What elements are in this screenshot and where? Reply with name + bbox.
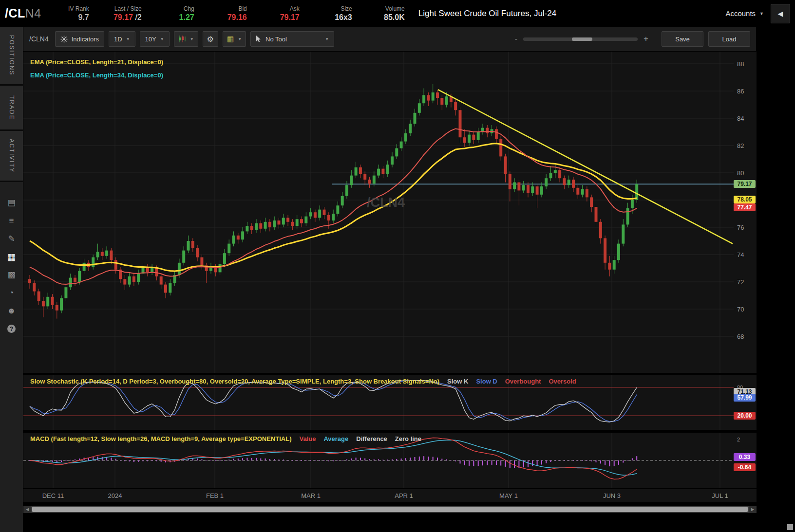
stat-size: Size16x3 xyxy=(324,5,352,22)
scrollbar-thumb[interactable] xyxy=(32,507,748,512)
stochastic-legend: Slow KSlow DOverboughtOversold xyxy=(447,378,576,385)
price-tick: 88 xyxy=(737,60,744,68)
chart-region: EMA (Price=CLOSE, Length=21, Displace=0)… xyxy=(23,52,756,532)
chart-grid-icon[interactable]: ▦ xyxy=(2,249,21,265)
price-tick: 70 xyxy=(737,306,744,313)
stochastic-title-row: Slow Stochastic (K Period=14, D Period=3… xyxy=(30,378,576,385)
sidebar-tab-positions[interactable]: POSITIONS xyxy=(0,27,23,86)
stat-iv-rank: IV Rank9.7 xyxy=(61,5,89,22)
symbol-watermark: /CLN4 xyxy=(367,195,405,210)
time-tick: JUN 3 xyxy=(603,492,621,499)
range-dropdown[interactable]: 10Y▼ xyxy=(140,31,170,47)
accounts-menu[interactable]: Accounts ▼ xyxy=(725,9,764,18)
timeframe-dropdown[interactable]: 1D▼ xyxy=(109,31,135,47)
scroll-right-button[interactable]: ▶ xyxy=(749,506,757,513)
ema21-study-label[interactable]: EMA (Price=CLOSE, Length=21, Displace=0) xyxy=(30,55,163,69)
apps-icon[interactable]: ▩ xyxy=(2,267,21,283)
price-tick: 82 xyxy=(737,142,744,149)
price-tick: 86 xyxy=(737,88,744,95)
legend-slow-d: Slow D xyxy=(476,378,497,385)
stochastic-axis: 802071.1357.9920.00 xyxy=(734,375,757,430)
macd-panel[interactable]: MACD (Fast length=12, Slow length=26, MA… xyxy=(23,433,734,488)
people-icon[interactable]: ☻ xyxy=(2,303,21,319)
help-icon[interactable]: ? xyxy=(2,321,21,337)
price-tick: 72 xyxy=(737,278,744,286)
price-tick: 68 xyxy=(737,333,744,340)
macd-tick: 2 xyxy=(737,437,740,442)
symbol-title: /CLN4 xyxy=(5,6,41,20)
stat-ask: Ask79.17 xyxy=(271,5,300,22)
horizontal-scrollbar: ◀ ▶ xyxy=(23,506,757,513)
chevron-down-icon: ▼ xyxy=(190,37,194,41)
legend-value: Value xyxy=(299,435,316,442)
macd-badge: 0.33 xyxy=(734,453,756,461)
time-tick: FEB 1 xyxy=(206,492,224,499)
resize-grip[interactable] xyxy=(787,524,793,530)
list-icon[interactable]: ≡ xyxy=(2,213,21,229)
candlestick-chart-icon xyxy=(178,36,186,42)
zoom-control: - + xyxy=(514,34,648,44)
scroll-left-button[interactable]: ◀ xyxy=(23,506,31,513)
legend-slow-k: Slow K xyxy=(447,378,468,385)
price-badge: 79.17 xyxy=(734,180,756,188)
clock-icon[interactable]: ◔ xyxy=(2,285,21,301)
collapse-panel-button[interactable]: ◀ xyxy=(771,4,790,23)
chart-settings-button[interactable]: ⚙ xyxy=(203,31,218,47)
chevron-down-icon: ▼ xyxy=(325,37,329,41)
zoom-slider[interactable] xyxy=(523,37,638,41)
time-tick: APR 1 xyxy=(395,492,413,499)
sidebar-tab-activity[interactable]: ACTIVITY xyxy=(0,131,23,182)
contract-description: Light Sweet Crude Oil Futures, Jul-24 xyxy=(418,9,556,18)
stochastic-study-label[interactable]: Slow Stochastic (K Period=14, D Period=3… xyxy=(30,378,439,385)
collapse-arrow-icon: ◀ xyxy=(778,10,783,18)
time-tick: JUL 1 xyxy=(712,492,728,499)
zoom-in-button[interactable]: + xyxy=(644,34,648,44)
zoom-out-button[interactable]: - xyxy=(514,34,517,44)
zoom-slider-thumb[interactable] xyxy=(572,37,592,41)
stochastic-panel[interactable]: Slow Stochastic (K Period=14, D Period=3… xyxy=(23,375,734,430)
chevron-down-icon: ▼ xyxy=(759,11,764,16)
quote-stats: IV Rank9.7Last / Size79.17 /2Chg1.27Bid7… xyxy=(61,5,405,22)
price-badge: 77.47 xyxy=(734,203,756,211)
load-button[interactable]: Load xyxy=(708,31,750,47)
notes-icon[interactable]: ✎ xyxy=(2,231,21,247)
macd-study-label[interactable]: MACD (Fast length=12, Slow length=26, MA… xyxy=(30,435,291,442)
stat-chg: Chg1.27 xyxy=(166,5,194,22)
legend-oversold: Oversold xyxy=(549,378,576,385)
price-tick: 74 xyxy=(737,251,744,258)
grid-icon: ▦ xyxy=(227,35,234,43)
ema34-study-label[interactable]: EMA (Price=CLOSE, Length=34, Displace=0) xyxy=(30,69,163,82)
legend-average: Average xyxy=(323,435,348,442)
stat-last-size: Last / Size79.17 /2 xyxy=(114,5,142,22)
chevron-down-icon: ▼ xyxy=(160,37,164,41)
indicators-starburst-icon xyxy=(60,36,68,43)
report-icon[interactable]: ▤ xyxy=(2,195,21,211)
time-tick: MAY 1 xyxy=(499,492,518,499)
save-button[interactable]: Save xyxy=(662,31,703,47)
price-tick: 80 xyxy=(737,169,744,177)
drawing-tool-dropdown[interactable]: No Tool ▼ xyxy=(250,31,334,47)
chart-type-dropdown[interactable]: ▼ xyxy=(174,31,198,47)
sidebar-tab-trade[interactable]: TRADE xyxy=(0,86,23,131)
time-tick: MAR 1 xyxy=(301,492,321,499)
stoch-badge: 57.99 xyxy=(734,394,756,402)
stat-volume: Volume85.0K xyxy=(377,5,405,22)
indicators-button[interactable]: Indicators xyxy=(55,31,104,47)
macd-title-row: MACD (Fast length=12, Slow length=26, MA… xyxy=(30,435,421,442)
scrollbar-track[interactable] xyxy=(31,506,749,513)
time-axis: DEC 112024FEB 1MAR 1APR 1MAY 1JUN 3JUL 1 xyxy=(23,489,757,502)
price-tick: 76 xyxy=(737,224,744,231)
chevron-down-icon: ▼ xyxy=(126,37,130,41)
price-chart-panel[interactable]: EMA (Price=CLOSE, Length=21, Displace=0)… xyxy=(23,52,734,373)
chart-toolbar: /CLN4 Indicators 1D▼ 10Y▼ xyxy=(23,27,756,52)
grid-layout-dropdown[interactable]: ▦ ▼ xyxy=(223,31,246,47)
gear-icon: ⚙ xyxy=(207,35,214,44)
quote-header: /CLN4 IV Rank9.7Last / Size79.17 /2Chg1.… xyxy=(0,0,795,27)
price-axis: 888684828078767472706879.1778.0577.47 xyxy=(734,52,757,373)
stoch-badge: 20.00 xyxy=(734,412,756,420)
left-sidebar: POSITIONS TRADE ACTIVITY ▤≡✎▦▩◔☻? xyxy=(0,27,23,532)
time-tick: 2024 xyxy=(108,492,122,499)
study-labels: EMA (Price=CLOSE, Length=21, Displace=0)… xyxy=(30,55,163,82)
macd-axis: 20.33-0.64 xyxy=(734,433,757,488)
chart-symbol-label: /CLN4 xyxy=(29,35,49,43)
